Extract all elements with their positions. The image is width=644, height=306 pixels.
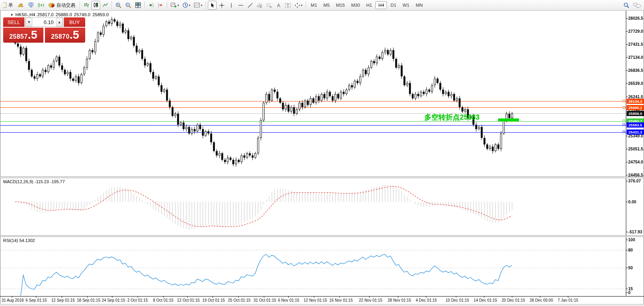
horizontal-line-tool-button[interactable] — [236, 1, 245, 9]
templates-button[interactable]: ▾ — [192, 1, 203, 9]
time-axis-label: 20 Dec 01:15 — [502, 298, 525, 302]
timeframe-mn-button[interactable]: MN — [413, 1, 426, 9]
timeframe-group: M1M5M15M30H1H4D1W1MN — [308, 1, 426, 9]
macd-axis-label: 376.07 — [628, 178, 641, 183]
timeframe-w1-button[interactable]: W1 — [400, 1, 412, 9]
chart-header: ▲ HK50-,H4 25817.0 25880.0 25749.0 25859… — [10, 12, 109, 17]
price-line-badge[interactable]: 25859.0 — [627, 111, 644, 116]
zoom-out-button[interactable] — [124, 1, 133, 9]
volume-increase-button[interactable]: ▲ — [56, 18, 63, 26]
svg-text:T: T — [287, 3, 289, 8]
time-axis-label: 28 Dec 05:00 — [530, 298, 553, 302]
channel-tool-button[interactable]: E — [255, 1, 264, 9]
sell-button[interactable]: SELL — [3, 17, 24, 27]
timeframes-dropdown-caret: ▾ — [189, 4, 190, 7]
rsi-axis-label: 0 — [628, 290, 631, 295]
macd-axis-label: -517.93 — [628, 229, 642, 234]
price-line-badge[interactable]: 25593.5 — [627, 122, 644, 128]
ohlc-high: 25880.0 — [56, 12, 72, 17]
status-bar — [0, 304, 644, 306]
sell-price-int: 25857 — [9, 33, 28, 40]
crosshair-tool-button[interactable] — [217, 1, 226, 9]
buy-price-button[interactable]: 25870 .5 — [45, 28, 85, 43]
price-line-badge[interactable]: 25990.1 — [627, 105, 644, 110]
timeframe-m1-button[interactable]: M1 — [308, 1, 320, 9]
vertical-line-tool-button[interactable] — [227, 1, 235, 9]
buy-price-frac: .5 — [69, 29, 79, 40]
pane-splitter[interactable] — [0, 176, 644, 178]
chart-shift-button[interactable] — [156, 1, 165, 9]
search-button[interactable] — [622, 1, 631, 9]
line-handle[interactable] — [623, 106, 625, 109]
timeframe-h1-button[interactable]: H1 — [364, 1, 375, 9]
time-axis-label: 12 Oct 01:15 — [177, 298, 200, 302]
templates-dropdown-caret: ▾ — [201, 4, 202, 7]
new-order-button[interactable]: 单 — [2, 1, 15, 9]
trading-terminal-window: 单 自动交易 — [0, 0, 644, 306]
time-axis-label: 6 Sep 01:15 — [26, 298, 47, 302]
new-order-label: 单 — [7, 2, 14, 9]
price-line-badge[interactable]: 26134.3 — [627, 99, 644, 104]
timeframe-m30-button[interactable]: M30 — [348, 1, 362, 9]
autotrading-icon — [48, 2, 55, 8]
candlestick-mode-button[interactable] — [91, 1, 100, 9]
expert-advisor-icon[interactable] — [26, 1, 36, 9]
timeframe-d1-button[interactable]: D1 — [388, 1, 399, 9]
text-tool-button[interactable]: A — [274, 1, 283, 9]
time-axis-label: 18 Sep 01:15 — [77, 298, 101, 302]
timeframe-h4-button[interactable]: H4 — [375, 1, 387, 9]
ohlc-close: 25859.0 — [92, 12, 109, 17]
text-label-tool-button[interactable]: T — [284, 1, 292, 9]
cursor-tool-button[interactable] — [208, 1, 217, 9]
line-chart-mode-button[interactable] — [101, 1, 110, 9]
buy-button[interactable]: BUY — [64, 17, 85, 27]
time-axis-label: 7 Jan 01:15 — [558, 298, 578, 302]
gold-bar-icon[interactable] — [16, 1, 26, 9]
time-axis-label: 28 Nov 01:15 — [388, 298, 411, 302]
volume-input[interactable]: 0.10 — [32, 18, 56, 26]
sell-price-button[interactable]: 25857 .5 — [3, 28, 43, 43]
timeframe-m5-button[interactable]: M5 — [321, 1, 332, 9]
zoom-in-button[interactable] — [114, 1, 123, 9]
time-axis-label: 16 Nov 01:15 — [329, 298, 353, 302]
tile-windows-button[interactable] — [134, 1, 142, 9]
sell-price-frac: .5 — [28, 29, 37, 40]
collapse-panel-arrow[interactable]: ▲ — [10, 13, 13, 16]
auto-scroll-button[interactable] — [147, 1, 155, 9]
line-handle[interactable] — [623, 120, 625, 122]
time-axis-label: 24 Sep 01:15 — [102, 298, 125, 302]
trendline-tool-button[interactable] — [246, 1, 254, 9]
fibonacci-tool-button[interactable]: F — [265, 1, 273, 9]
turning-point-annotation[interactable]: 多空转折点25683 — [424, 113, 480, 122]
svg-text:A: A — [277, 3, 280, 8]
rsi-indicator-label: RSI(14) 54.1302 — [3, 238, 35, 243]
pane-splitter[interactable] — [0, 235, 644, 237]
autotrading-label: 自动交易 — [55, 2, 77, 9]
turning-point-marker-bar[interactable] — [498, 118, 519, 121]
timeframes-menu-button[interactable]: ▾ — [181, 1, 192, 9]
toolbar-right-group — [622, 1, 642, 9]
line-handle[interactable] — [623, 131, 625, 133]
autotrading-button[interactable]: 自动交易 — [47, 1, 78, 9]
time-axis-label: 25 Oct 01:15 — [228, 298, 250, 302]
chat-button[interactable] — [632, 1, 642, 9]
rsi-axis-label: 50 — [628, 265, 633, 270]
arrows-tool-button[interactable]: ▾ — [293, 1, 304, 9]
bar-chart-mode-button[interactable] — [82, 1, 91, 9]
indicators-button[interactable]: ▾ — [169, 1, 180, 9]
line-handle[interactable] — [623, 100, 625, 102]
time-axis-label: 14 Dec 01:15 — [474, 298, 497, 302]
chart-canvas[interactable] — [0, 0, 644, 306]
chat-icon — [633, 2, 641, 8]
toolbar-separator — [144, 1, 145, 9]
line-handle[interactable] — [623, 124, 625, 126]
timeframe-m15-button[interactable]: M15 — [333, 1, 347, 9]
time-axis-label: 4 Dec 01:15 — [416, 298, 437, 302]
price-axis-label: 26241.5 — [628, 94, 643, 99]
rsi-axis-label: 100 — [628, 237, 635, 242]
volume-decrease-button[interactable]: ▼ — [26, 18, 32, 26]
signal-icon[interactable] — [37, 1, 46, 9]
price-line-badge[interactable]: 25431.3 — [627, 130, 644, 135]
time-axis-label: 8 Oct 01:15 — [153, 298, 174, 302]
search-icon — [623, 2, 630, 9]
